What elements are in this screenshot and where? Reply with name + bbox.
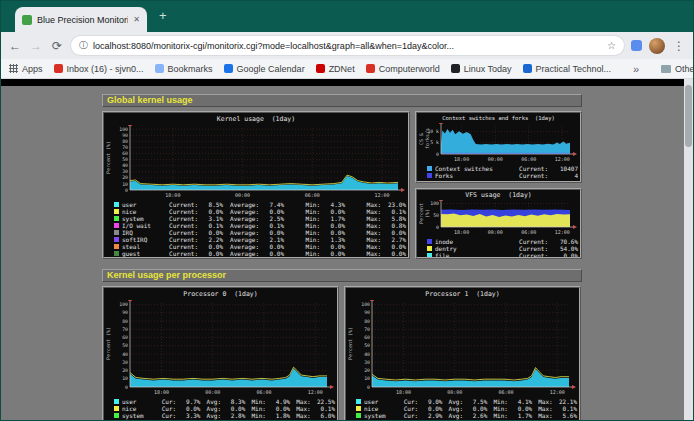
svg-text:18:00: 18:00 — [165, 192, 180, 198]
legend-swatch — [427, 239, 432, 244]
legend-stat-value: 0.1% — [381, 208, 406, 215]
section-header-global-kernel: Global kernel usage — [102, 94, 582, 107]
svg-text:12:00: 12:00 — [550, 389, 565, 395]
legend-stat-caption: Current: — [510, 252, 548, 259]
other-bookmarks-folder-icon — [661, 65, 671, 73]
legend-stat-value: 0.0% — [381, 229, 406, 236]
processor-1-graph[interactable]: Processor 1 (1day) Percent (%) 100908070… — [344, 286, 581, 420]
bookmark-item-zdnet[interactable]: ZDNet — [316, 64, 355, 74]
section-title: Kernel usage per processor — [107, 270, 226, 280]
bookmark-item-bookmarks-folder[interactable]: Bookmarks — [155, 64, 213, 74]
legend-stat-caption: Min: — [245, 419, 266, 420]
svg-text:10: 10 — [364, 376, 370, 381]
page-scrollbar[interactable] — [684, 79, 693, 420]
legend-stat-value: 0.0% — [320, 208, 345, 215]
legend-label: I/O wait — [122, 222, 162, 229]
svg-text:06:00: 06:00 — [521, 229, 536, 235]
svg-text:40: 40 — [122, 163, 128, 168]
svg-text:00:00: 00:00 — [447, 389, 462, 395]
legend-swatch — [356, 406, 361, 411]
bookmark-star-icon[interactable]: ☆ — [607, 40, 616, 51]
legend-stat-caption: Current: — [162, 236, 198, 243]
legend-stat-caption: Max: — [345, 229, 381, 236]
other-bookmarks-label: Other bookmarks — [675, 64, 694, 74]
svg-text:12:00: 12:00 — [374, 192, 389, 198]
legend-stat-caption: Cur: — [156, 412, 177, 419]
legend-stat-value: 0.0% — [320, 229, 345, 236]
reload-icon[interactable]: ⟳ — [50, 39, 64, 53]
chart-canvas: 100908070605040302010018:0000:0006:0012:… — [104, 125, 408, 199]
legend-stat-caption: Current: — [162, 222, 198, 229]
browser-tab[interactable]: Blue Precision Monitorix ✕ — [15, 7, 147, 32]
legend-stat-caption: Min: — [284, 229, 320, 236]
legend-stat-value: 4.1% — [508, 398, 532, 405]
legend-label: guest — [122, 250, 162, 257]
y-axis-label: Percent (%) — [105, 125, 112, 190]
legend-row: niceCur:0.0%Avg:0.0%Min:0.0%Max:0.1% — [114, 405, 335, 412]
legend-stat-value: 10407 — [548, 165, 578, 172]
legend-stat-caption: Average: — [223, 243, 259, 250]
bookmark-item-practical-technology[interactable]: Practical Technol... — [523, 64, 611, 74]
profile-avatar[interactable] — [649, 38, 665, 54]
svg-text:40: 40 — [364, 352, 370, 357]
bookmark-item-inbox[interactable]: Inbox (16) - sjvn0... — [54, 64, 144, 74]
zdnet-favicon — [316, 64, 325, 73]
legend-stat-caption: Current: — [510, 238, 548, 245]
legend-label: I/O wait — [122, 419, 156, 420]
svg-text:5 k: 5 k — [430, 140, 439, 145]
svg-text:80: 80 — [122, 319, 128, 324]
svg-text:0: 0 — [436, 225, 439, 230]
legend-row: userCurrent:8.5%Average:7.4%Min:4.3%Max:… — [114, 201, 406, 208]
legend-stat-value: 1.7% — [508, 412, 532, 419]
legend-swatch — [356, 399, 361, 404]
legend-stat-value: 1.3% — [320, 236, 345, 243]
apps-shortcut[interactable]: Apps — [9, 64, 43, 74]
legend-stat-caption: Min: — [284, 201, 320, 208]
svg-text:0: 0 — [125, 188, 128, 193]
bookmark-label: Bookmarks — [168, 64, 213, 74]
legend-swatch — [114, 413, 119, 418]
chart-canvas: 100908070605040302010018:0000:0006:0012:… — [104, 300, 337, 396]
y-axis-label: Percent (%) — [347, 300, 354, 387]
address-bar[interactable]: ⓘ localhost:8080/monitorix-cgi/monitorix… — [71, 36, 624, 55]
tab-close-icon[interactable]: ✕ — [133, 15, 140, 24]
legend-stat-value: 0.1% — [259, 222, 284, 229]
legend-stat-caption: Current: — [162, 215, 198, 222]
bookmark-label: Inbox (16) - sjvn0... — [67, 64, 144, 74]
linux-today-favicon — [451, 64, 460, 73]
legend-row: I/O waitCur:0.1%Avg:0.0%Min:0.0%Max:0.5% — [356, 419, 577, 420]
svg-text:06:00: 06:00 — [498, 389, 513, 395]
legend-stat-value: 7.5% — [463, 398, 487, 405]
browser-window: Blue Precision Monitorix ✕ + ← → ⟳ ⓘ loc… — [0, 0, 694, 421]
context-switches-graph[interactable]: Context switches and forks (1day) CS & f… — [415, 111, 582, 183]
legend-stat-value: 0.5% — [553, 419, 577, 420]
legend-stat-caption: Avg: — [200, 398, 221, 405]
forward-icon[interactable]: → — [29, 39, 43, 53]
page-info-icon[interactable]: ⓘ — [79, 39, 88, 52]
other-bookmarks-button[interactable]: Other bookmarks — [661, 64, 694, 74]
legend-row: userCur:9.7%Avg:8.3%Min:4.9%Max:22.5% — [114, 398, 335, 405]
legend-row: I/O waitCur:0.1%Avg:0.1%Min:0.0%Max:1.1% — [114, 419, 335, 420]
bookmark-item-linux-today[interactable]: Linux Today — [451, 64, 512, 74]
bookmarks-overflow-icon[interactable]: » — [633, 63, 639, 75]
new-tab-button[interactable]: + — [159, 8, 167, 23]
vfs-usage-graph[interactable]: VFS usage (1day) Percent (%) 10050018:00… — [415, 188, 582, 259]
back-icon[interactable]: ← — [8, 39, 22, 53]
extension-icon[interactable] — [631, 40, 642, 51]
bookmark-label: ZDNet — [329, 64, 355, 74]
bookmark-item-google-calendar[interactable]: Google Calendar — [224, 64, 305, 74]
legend-swatch — [114, 230, 119, 235]
bookmark-item-computerworld[interactable]: Computerworld — [366, 64, 440, 74]
legend-stat-caption: Avg: — [442, 405, 463, 412]
legend-stat-caption: Max: — [532, 405, 553, 412]
legend-stat-value: 0.0% — [381, 243, 406, 250]
processor-0-graph[interactable]: Processor 0 (1day) Percent (%) 100908070… — [102, 286, 339, 420]
legend-stat-caption: Current: — [162, 243, 198, 250]
scrollbar-thumb[interactable] — [685, 85, 692, 147]
browser-menu-icon[interactable]: ⋮ — [672, 39, 686, 53]
legend-stat-caption: Cur: — [398, 412, 419, 419]
kernel-usage-graph[interactable]: Kernel usage (1day) Percent (%) 10090807… — [102, 111, 410, 259]
legend-stat-caption: Max: — [345, 222, 381, 229]
legend-row: Context switchesCurrent:10407 — [427, 165, 578, 172]
legend-stat-value: 0.1% — [311, 405, 335, 412]
